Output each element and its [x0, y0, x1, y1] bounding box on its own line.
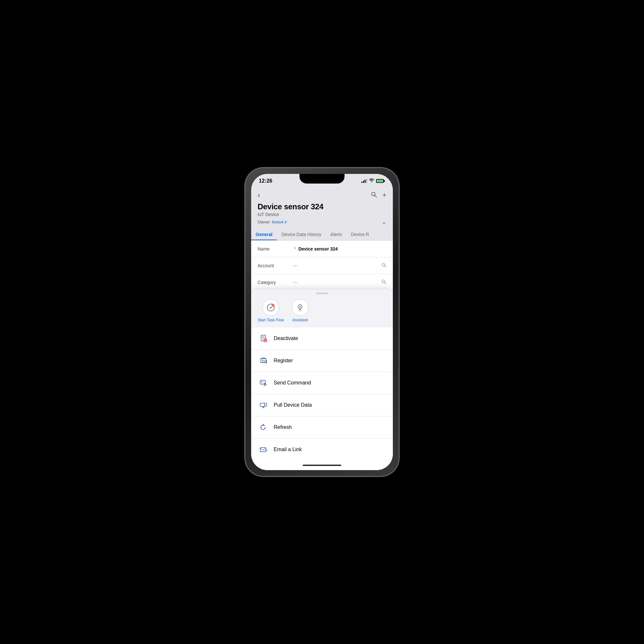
tabs-container: General Device Data History Alerts Devic…	[251, 229, 393, 241]
pull-data-icon	[258, 399, 269, 411]
notch	[299, 174, 345, 184]
status-bar: 12:26	[251, 174, 393, 188]
menu-item-refresh[interactable]: Refresh	[251, 416, 393, 439]
device-type: IoT Device	[258, 212, 386, 217]
svg-rect-21	[260, 403, 265, 406]
status-time: 12:26	[259, 178, 272, 184]
form-row-category: Category ---	[251, 274, 393, 291]
menu-item-deactivate[interactable]: Deactivate	[251, 327, 393, 350]
battery-icon	[376, 179, 384, 183]
svg-rect-23	[260, 448, 266, 452]
account-label: Account	[258, 263, 293, 268]
owner-value[interactable]: fsres4 #	[272, 220, 287, 224]
screen-wrapper: 12:26	[251, 174, 393, 470]
tab-device-r[interactable]: Device R	[346, 229, 374, 240]
svg-line-3	[384, 266, 386, 267]
task-flow-icon-wrapper	[262, 299, 279, 316]
device-header: Device sensor 324 IoT Device Owner fsres…	[251, 201, 393, 229]
owner-row: Owner fsres4 # ⌄	[258, 218, 386, 229]
register-label: Register	[274, 358, 293, 364]
register-icon	[258, 355, 269, 366]
tab-device-data-history[interactable]: Device Data History	[277, 229, 326, 240]
account-value: ---	[293, 263, 379, 268]
add-button[interactable]: +	[382, 191, 386, 199]
owner-label: Owner	[258, 220, 270, 224]
name-label: Name	[258, 246, 293, 251]
tab-alerts[interactable]: Alerts	[326, 229, 346, 240]
owner-info: Owner fsres4 #	[258, 220, 287, 224]
svg-line-5	[384, 282, 386, 284]
nav-actions: +	[371, 191, 386, 199]
svg-point-10	[299, 306, 301, 308]
form-row-name: Name * Device sensor 324	[251, 241, 393, 257]
wifi-icon	[369, 178, 374, 184]
assistant-icon-wrapper	[292, 299, 308, 316]
bottom-sheet: Start Task Flow Assistant	[251, 289, 393, 470]
menu-item-pull-device-data[interactable]: Pull Device Data	[251, 394, 393, 416]
home-indicator	[251, 460, 393, 470]
category-value: ---	[293, 280, 379, 285]
refresh-label: Refresh	[274, 424, 292, 430]
nav-bar: ‹ +	[251, 188, 393, 201]
email-link-icon	[258, 444, 269, 455]
quick-action-start-task-flow[interactable]: Start Task Flow	[258, 299, 284, 322]
tab-general[interactable]: General	[251, 229, 277, 240]
home-bar	[303, 465, 341, 466]
phone-frame: 12:26	[245, 167, 399, 477]
phone-screen: 12:26	[251, 174, 393, 470]
form-row-account: Account ---	[251, 257, 393, 274]
required-star: *	[294, 247, 296, 251]
back-button[interactable]: ‹	[258, 191, 268, 200]
send-command-icon	[258, 377, 269, 389]
account-search-icon[interactable]	[381, 262, 386, 269]
device-title: Device sensor 324	[258, 202, 386, 211]
category-label: Category	[258, 280, 293, 285]
assistant-label: Assistant	[292, 318, 308, 322]
expand-icon[interactable]: ⌄	[382, 218, 386, 225]
status-icons	[361, 178, 384, 184]
svg-rect-17	[262, 360, 264, 363]
refresh-icon	[258, 421, 269, 433]
search-button[interactable]	[371, 191, 377, 199]
quick-action-assistant[interactable]: Assistant	[292, 299, 308, 322]
sheet-handle	[251, 289, 393, 296]
menu-item-register[interactable]: Register	[251, 350, 393, 372]
task-flow-label: Start Task Flow	[258, 318, 284, 322]
deactivate-icon	[258, 333, 269, 344]
pull-data-label: Pull Device Data	[274, 402, 312, 408]
email-link-label: Email a Link	[274, 447, 302, 452]
quick-actions: Start Task Flow Assistant	[251, 296, 393, 327]
menu-item-email-link[interactable]: Email a Link	[251, 439, 393, 460]
handle-bar	[316, 293, 328, 294]
category-search-icon[interactable]	[381, 279, 386, 286]
signal-icon	[361, 179, 367, 183]
svg-line-1	[375, 195, 377, 197]
name-value: Device sensor 324	[298, 246, 386, 251]
menu-item-send-command[interactable]: Send Command	[251, 372, 393, 394]
deactivate-label: Deactivate	[274, 336, 298, 341]
menu-section: Deactivate Register	[251, 327, 393, 460]
send-command-label: Send Command	[274, 380, 311, 386]
